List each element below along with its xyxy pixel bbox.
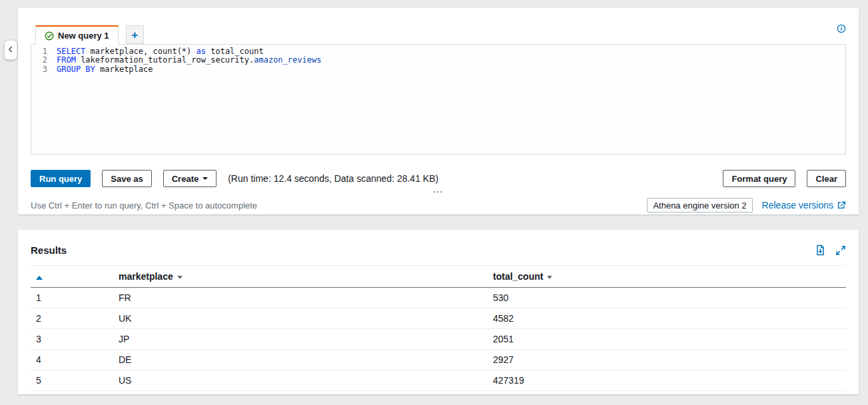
table-header-row: marketplace total_count <box>31 266 846 288</box>
clear-button[interactable]: Clear <box>807 170 846 187</box>
results-table: marketplace total_count 1FR5302UK45823JP… <box>31 265 846 391</box>
table-cell: JP <box>119 329 493 350</box>
row-number: 2 <box>31 308 119 329</box>
table-row: 2UK4582 <box>31 308 846 329</box>
table-cell: UK <box>119 308 493 329</box>
run-query-button[interactable]: Run query <box>31 170 91 187</box>
query-run-stats: (Run time: 12.4 seconds, Data scanned: 2… <box>228 173 438 184</box>
export-results-icon[interactable] <box>815 244 825 256</box>
results-panel: Results marketplace <box>18 230 859 394</box>
results-header: Results <box>31 244 846 256</box>
table-row: 1FR530 <box>31 288 846 308</box>
row-number: 3 <box>31 329 119 350</box>
release-versions-link[interactable]: Release versions <box>762 200 846 210</box>
query-editor-panel: New query 1 + 123 SELECT marketplace, co… <box>18 8 859 214</box>
table-cell: DE <box>119 350 493 370</box>
line-number: 3 <box>31 65 47 74</box>
toolbar-left-group: Run query Save as Create (Run time: 12.4… <box>31 170 438 187</box>
column-header-marketplace[interactable]: marketplace <box>119 266 493 288</box>
tab-new-query-1[interactable]: New query 1 <box>35 25 119 45</box>
results-title: Results <box>31 244 67 256</box>
save-as-button[interactable]: Save as <box>102 170 151 187</box>
table-row: 3JP2051 <box>31 329 846 350</box>
sql-line: SELECT marketplace, count(*) as total_co… <box>57 47 321 56</box>
table-row: 5US427319 <box>31 370 846 391</box>
keyboard-shortcut-hint: Use Ctrl + Enter to run query, Ctrl + Sp… <box>31 201 257 210</box>
success-check-icon <box>45 31 54 41</box>
table-cell: FR <box>119 288 493 308</box>
caret-down-icon <box>177 276 183 279</box>
create-button[interactable]: Create <box>163 170 217 187</box>
format-query-button[interactable]: Format query <box>723 170 795 187</box>
editor-toolbar: Run query Save as Create (Run time: 12.4… <box>31 170 846 187</box>
expand-results-icon[interactable] <box>835 245 846 256</box>
query-tabs: New query 1 + <box>35 25 846 44</box>
table-cell: 530 <box>493 288 846 308</box>
panel-resize-handle[interactable]: ⋯ <box>433 189 444 195</box>
external-link-icon <box>837 201 846 210</box>
footer-right-group: Athena engine version 2 Release versions <box>647 198 846 212</box>
line-number: 1 <box>31 47 47 56</box>
row-number: 1 <box>31 288 119 308</box>
table-cell: 2051 <box>493 329 846 350</box>
table-row: 4DE2927 <box>31 350 846 370</box>
editor-footer: Use Ctrl + Enter to run query, Ctrl + Sp… <box>31 198 846 212</box>
sort-ascending-icon[interactable] <box>36 276 43 280</box>
row-number: 4 <box>31 350 119 370</box>
line-number-gutter: 123 <box>31 45 51 154</box>
table-cell: US <box>119 370 493 391</box>
row-number: 5 <box>31 370 119 391</box>
table-cell: 2927 <box>493 350 846 370</box>
toolbar-right-group: Format query Clear <box>723 170 846 187</box>
create-button-label: Create <box>172 174 199 184</box>
table-cell: 427319 <box>493 370 846 391</box>
caret-down-icon <box>547 276 552 279</box>
column-header-index[interactable] <box>31 266 119 288</box>
chevron-left-icon <box>7 45 15 55</box>
line-number: 2 <box>31 56 47 65</box>
engine-version-button[interactable]: Athena engine version 2 <box>647 198 752 212</box>
sql-line: GROUP BY marketplace <box>57 65 321 74</box>
results-actions <box>815 244 846 256</box>
new-tab-button[interactable]: + <box>126 25 144 44</box>
sql-line: FROM lakeformation_tutorial_row_security… <box>57 56 321 65</box>
sql-code: SELECT marketplace, count(*) as total_co… <box>51 45 321 154</box>
caret-down-icon <box>203 177 208 180</box>
tab-label: New query 1 <box>58 31 109 41</box>
collapse-panel-button[interactable] <box>4 40 17 60</box>
column-label: total_count <box>493 271 543 282</box>
column-header-total-count[interactable]: total_count <box>493 266 846 288</box>
column-label: marketplace <box>119 271 173 282</box>
table-cell: 4582 <box>493 308 846 329</box>
sql-editor[interactable]: 123 SELECT marketplace, count(*) as tota… <box>31 44 846 155</box>
release-versions-label: Release versions <box>762 200 833 210</box>
athena-query-page: New query 1 + 123 SELECT marketplace, co… <box>0 8 868 394</box>
